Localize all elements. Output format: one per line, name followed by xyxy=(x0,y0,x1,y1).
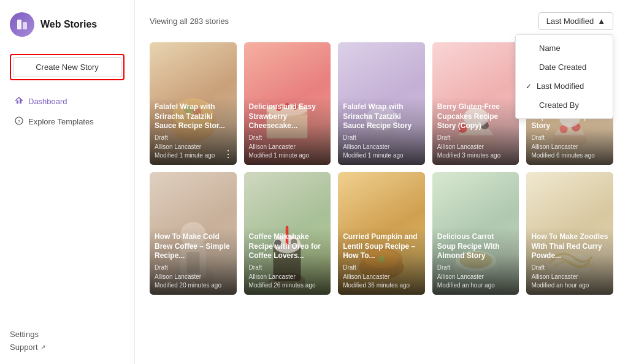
story-modified: Modified 1 minute ago xyxy=(343,151,420,160)
story-image: Curried Pumpkin and Lentil Soup Recipe –… xyxy=(338,172,425,295)
story-image: Coffee Milkshake Recipe with Oreo for Co… xyxy=(244,172,331,295)
story-status: Draft xyxy=(437,264,515,272)
story-overlay: Coffee Milkshake Recipe with Oreo for Co… xyxy=(244,227,331,295)
sort-date-label: Date Created xyxy=(539,63,586,72)
story-author: Allison Lancaster xyxy=(155,273,232,281)
story-status: Draft xyxy=(531,264,608,272)
sidebar-item-dashboard[interactable]: Dashboard xyxy=(10,93,124,110)
create-story-button[interactable]: Create New Story xyxy=(13,57,121,77)
story-modified: Modified an hour ago xyxy=(531,281,608,290)
story-image: Falafel Wrap with Sriracha Tzatziki Sauc… xyxy=(150,42,237,165)
story-title: Delicious Carrot Soup Recipe With Almond… xyxy=(437,232,515,261)
story-meta: Draft Allison Lancaster Modified an hour… xyxy=(531,264,608,290)
external-icon: ↗ xyxy=(40,344,45,351)
story-status: Draft xyxy=(155,134,232,142)
sidebar: Web Stories Create New Story Dashboard ? xyxy=(0,0,135,364)
sort-option-created-by[interactable]: Created By xyxy=(516,96,613,115)
story-image: Berry Gluten-Free Cupcakes Recipe Story … xyxy=(432,42,519,165)
sidebar-item-explore-templates[interactable]: ? Explore Templates xyxy=(10,113,124,131)
story-status: Draft xyxy=(437,134,515,142)
sort-name-label: Name xyxy=(539,44,561,53)
story-card[interactable]: Falafel Wrap with Sriracha Tzatziki Sauc… xyxy=(150,42,237,165)
svg-text:?: ? xyxy=(18,119,20,124)
story-meta: Draft Allison Lancaster Modified 1 minut… xyxy=(155,134,232,160)
story-title: Falafel Wrap with Sriracha Tzatziki Sauc… xyxy=(155,102,232,131)
logo-icon xyxy=(10,12,34,37)
story-meta: Draft Allison Lancaster Modified 1 minut… xyxy=(343,134,420,160)
story-meta: Draft Allison Lancaster Modified 20 minu… xyxy=(155,264,232,290)
sort-dropdown-wrapper: Last Modified ▲ Name Date Created ✓ Last… xyxy=(538,12,613,30)
story-card[interactable]: Curried Pumpkin and Lentil Soup Recipe –… xyxy=(338,172,425,295)
story-overlay: Delicious and Easy Strawberry Cheesecake… xyxy=(244,97,331,165)
story-overlay: Curried Pumpkin and Lentil Soup Recipe –… xyxy=(338,227,425,295)
story-meta: Draft Allison Lancaster Modified 3 minut… xyxy=(437,134,515,160)
story-card[interactable]: Falafel Wrap with Sriracha Tzatziki Sauc… xyxy=(338,42,425,165)
story-title: Coffee Milkshake Recipe with Oreo for Co… xyxy=(249,232,326,261)
story-author: Allison Lancaster xyxy=(155,143,232,151)
sidebar-item-explore-label: Explore Templates xyxy=(28,117,94,126)
story-card[interactable]: Delicious Carrot Soup Recipe With Almond… xyxy=(432,172,519,295)
story-overlay: How To Make Zoodles With Thai Red Curry … xyxy=(526,227,613,295)
story-title: Delicious and Easy Strawberry Cheesecake… xyxy=(249,102,326,131)
story-card[interactable]: Delicious and Easy Strawberry Cheesecake… xyxy=(244,42,331,165)
main-header: Viewing all 283 stories Last Modified ▲ … xyxy=(150,12,613,30)
story-overlay: Falafel Wrap with Sriracha Tzatziki Sauc… xyxy=(338,97,425,165)
story-card[interactable]: How To Make Cold Brew Coffee – Simple Re… xyxy=(150,172,237,295)
story-status: Draft xyxy=(249,264,326,272)
sort-option-date-created[interactable]: Date Created xyxy=(516,58,613,77)
story-meta: Draft Allison Lancaster Modified 6 minut… xyxy=(531,134,608,160)
story-image: Delicious Carrot Soup Recipe With Almond… xyxy=(432,172,519,295)
story-status: Draft xyxy=(343,134,420,142)
sort-modified-label: Last Modified xyxy=(537,82,584,91)
story-author: Allison Lancaster xyxy=(343,273,420,281)
main-content: Viewing all 283 stories Last Modified ▲ … xyxy=(135,0,628,364)
story-meta: Draft Allison Lancaster Modified 36 minu… xyxy=(343,264,420,290)
story-author: Allison Lancaster xyxy=(437,143,515,151)
story-title: Falafel Wrap with Sriracha Tzatziki Sauc… xyxy=(343,102,420,131)
sidebar-item-dashboard-label: Dashboard xyxy=(28,97,67,106)
story-overlay: How To Make Cold Brew Coffee – Simple Re… xyxy=(150,227,237,295)
sort-button[interactable]: Last Modified ▲ xyxy=(538,12,613,30)
story-meta: Draft Allison Lancaster Modified 26 minu… xyxy=(249,264,326,290)
support-link[interactable]: Support ↗ xyxy=(10,343,124,352)
story-modified: Modified 36 minutes ago xyxy=(343,281,420,290)
svg-rect-3 xyxy=(20,99,21,104)
story-author: Allison Lancaster xyxy=(249,273,326,281)
story-status: Draft xyxy=(343,264,420,272)
story-modified: Modified 20 minutes ago xyxy=(155,281,232,290)
story-modified: Modified 6 minutes ago xyxy=(531,151,608,160)
sidebar-footer: Settings Support ↗ xyxy=(10,330,124,352)
sort-modified-check: ✓ xyxy=(526,82,532,91)
story-card[interactable]: Berry Gluten-Free Cupcakes Recipe Story … xyxy=(432,42,519,165)
story-card[interactable]: Coffee Milkshake Recipe with Oreo for Co… xyxy=(244,172,331,295)
create-story-highlight: Create New Story xyxy=(10,54,124,80)
story-meta: Draft Allison Lancaster Modified an hour… xyxy=(437,264,515,290)
settings-link[interactable]: Settings xyxy=(10,330,124,339)
story-title: Berry Gluten-Free Cupcakes Recipe Story … xyxy=(437,102,515,131)
story-modified: Modified 26 minutes ago xyxy=(249,281,326,290)
story-meta: Draft Allison Lancaster Modified 1 minut… xyxy=(249,134,326,160)
svg-rect-0 xyxy=(17,20,21,29)
sort-option-name[interactable]: Name xyxy=(516,39,613,58)
story-author: Allison Lancaster xyxy=(249,143,326,151)
story-title: How To Make Cold Brew Coffee – Simple Re… xyxy=(155,232,232,261)
story-overlay: Berry Gluten-Free Cupcakes Recipe Story … xyxy=(432,97,519,165)
sidebar-nav: Dashboard ? Explore Templates xyxy=(10,93,124,330)
template-icon: ? xyxy=(15,116,23,127)
story-modified: Modified 1 minute ago xyxy=(155,151,232,160)
three-dot-menu[interactable]: ⋮ xyxy=(223,148,233,160)
story-card[interactable]: How To Make Zoodles With Thai Red Curry … xyxy=(526,172,613,295)
app-title: Web Stories xyxy=(40,19,97,30)
svg-rect-2 xyxy=(17,100,18,104)
story-title: Curried Pumpkin and Lentil Soup Recipe –… xyxy=(343,232,420,261)
story-author: Allison Lancaster xyxy=(531,143,608,151)
sort-dropdown-menu: Name Date Created ✓ Last Modified Create… xyxy=(515,34,613,119)
story-image: Delicious and Easy Strawberry Cheesecake… xyxy=(244,42,331,165)
dashboard-icon xyxy=(15,96,23,107)
sort-option-last-modified[interactable]: ✓ Last Modified xyxy=(516,77,613,96)
settings-label: Settings xyxy=(10,330,39,339)
story-modified: Modified 1 minute ago xyxy=(249,151,326,160)
sort-created-label: Created By xyxy=(539,100,579,110)
story-author: Allison Lancaster xyxy=(531,273,608,281)
story-overlay: Delicious Carrot Soup Recipe With Almond… xyxy=(432,227,519,295)
